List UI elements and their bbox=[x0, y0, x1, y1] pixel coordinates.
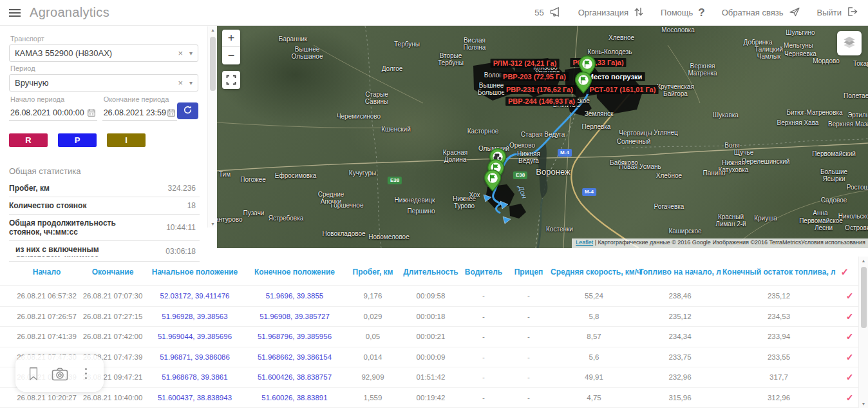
place-label: Эртиль bbox=[847, 112, 868, 119]
table-header: ✓ Начало Окончание Начальное положение К… bbox=[0, 258, 868, 286]
period-select[interactable]: Вручную × ▾ bbox=[9, 74, 198, 92]
calendar-icon[interactable] bbox=[87, 108, 96, 117]
place-label: Добринка bbox=[744, 39, 773, 46]
stat-value: 324.236 bbox=[168, 184, 198, 193]
place-label: Первомайское bbox=[799, 217, 843, 224]
cell-driver: - bbox=[460, 353, 507, 361]
place-label: Мордово bbox=[813, 57, 840, 64]
cell-end-time: 26.08.21 07:27:15 bbox=[80, 313, 145, 320]
period-start-input[interactable]: 26.08.2021 00:00:00 bbox=[9, 105, 97, 121]
zoom-out-button[interactable]: − bbox=[222, 47, 240, 64]
period-label: Период bbox=[10, 64, 198, 72]
scroll-down-icon[interactable]: ▼ bbox=[859, 402, 868, 406]
nav-help[interactable]: Помощь ? bbox=[661, 6, 705, 19]
nav-logout[interactable]: Выйти bbox=[817, 6, 858, 19]
stat-label: Количество стоянок bbox=[9, 201, 141, 210]
mode-button[interactable]: I bbox=[107, 133, 146, 147]
field-marker-pin[interactable] bbox=[574, 72, 592, 93]
table-scrollbar[interactable]: ▲ ▼ bbox=[858, 257, 868, 408]
fullscreen-button[interactable] bbox=[222, 71, 240, 89]
column-header[interactable]: Средняя скорость, км/ч bbox=[551, 267, 637, 277]
leaflet-link[interactable]: Leaflet bbox=[576, 239, 593, 246]
place-label: Панино bbox=[703, 170, 726, 177]
mode-button[interactable]: R bbox=[9, 133, 48, 147]
place-label: Большие Ясырки bbox=[814, 168, 854, 182]
notifications-button[interactable]: 55 bbox=[534, 6, 561, 19]
clear-icon[interactable]: × bbox=[178, 78, 183, 88]
cell-end-position-link[interactable]: 51.60026, 38.83891 bbox=[245, 394, 344, 402]
cell-end-time: 26.08.21 07:07:30 bbox=[80, 292, 145, 300]
place-label: Верхняя Хава bbox=[777, 119, 819, 126]
table-row: 26.08.21 10:20:27 26.08.21 10:40:00 51.6… bbox=[0, 388, 868, 408]
column-header[interactable]: Начало bbox=[13, 267, 80, 277]
place-label: Битюг-Матреновка bbox=[786, 109, 842, 116]
filter-panel: Транспорт КАМАЗ 552900 (Н830АХ) × ▾ Пери… bbox=[0, 26, 207, 249]
period-end-input[interactable]: 26.08.2021 23:59 bbox=[102, 105, 178, 121]
place-label: Хлевное bbox=[609, 34, 634, 41]
place-label: Ефросимовка bbox=[275, 172, 317, 179]
select-all-check-icon[interactable]: ✓ bbox=[840, 266, 849, 278]
cell-end-position-link[interactable]: 51.968662, 39.386154 bbox=[245, 353, 344, 361]
sidebar-scrollbar[interactable]: ▲ ▼ bbox=[207, 26, 217, 228]
place-label: Старая Ведуга bbox=[521, 131, 565, 138]
cell-distance: 9,176 bbox=[344, 292, 401, 300]
field-label: РВР-231 (176,62 Га) bbox=[504, 85, 576, 94]
column-header[interactable]: Конечный остаток топлива, л bbox=[722, 267, 835, 277]
sync-arrows-icon bbox=[634, 6, 644, 19]
column-header[interactable]: Водитель bbox=[460, 267, 507, 277]
column-header[interactable]: Длительность bbox=[401, 267, 460, 277]
place-label: Черняевка bbox=[784, 50, 816, 57]
nav-organization[interactable]: Организация bbox=[578, 6, 644, 19]
column-header[interactable]: Топливо на начало, л bbox=[637, 267, 722, 277]
bookmark-button[interactable] bbox=[27, 365, 40, 382]
column-header[interactable]: Конечное положение bbox=[245, 267, 344, 277]
map-canvas[interactable]: Баранник Вышнее Ольшаное Тербуны Вислая … bbox=[217, 26, 868, 248]
cell-start-position-link[interactable]: 51.969044, 39.385696 bbox=[145, 333, 245, 340]
calendar-icon[interactable] bbox=[167, 108, 176, 117]
scroll-down-icon[interactable]: ▼ bbox=[208, 222, 218, 226]
column-header[interactable]: Прицеп bbox=[507, 267, 551, 277]
transport-select[interactable]: КАМАЗ 552900 (Н830АХ) × ▾ bbox=[9, 44, 198, 62]
column-header[interactable]: Начальное положение bbox=[145, 267, 245, 277]
snapshot-button[interactable] bbox=[51, 366, 69, 382]
field-marker-pin[interactable] bbox=[484, 170, 502, 191]
scroll-up-icon[interactable]: ▲ bbox=[208, 28, 218, 32]
scrollbar-thumb[interactable] bbox=[210, 37, 216, 91]
cell-end-position-link[interactable]: 51.600426, 38.838757 bbox=[245, 373, 344, 381]
cell-end-position-link[interactable]: 51.968796, 39.385956 bbox=[245, 333, 344, 340]
column-header[interactable]: Пробег, км bbox=[344, 267, 401, 277]
stat-label: Пробег, км bbox=[9, 184, 141, 193]
place-label: Долгое bbox=[382, 65, 403, 72]
chevron-down-icon: ▾ bbox=[189, 50, 193, 57]
place-label: Новомеловое bbox=[368, 233, 409, 240]
layers-button[interactable] bbox=[837, 31, 862, 55]
stat-value: 03:06:18 bbox=[165, 247, 198, 256]
cell-fuel-end: 312,96 bbox=[722, 394, 835, 402]
zoom-in-button[interactable]: + bbox=[222, 30, 240, 47]
place-label: Касторное bbox=[467, 128, 499, 135]
cell-start-position-link[interactable]: 51.96928, 39.38563 bbox=[145, 313, 245, 320]
table-row: 26.08.21 07:26:57 26.08.21 07:27:15 51.9… bbox=[0, 307, 868, 327]
column-header[interactable]: Окончание bbox=[80, 267, 145, 277]
cell-end-position-link[interactable]: 51.96908, 39.385727 bbox=[245, 313, 344, 320]
place-label: Средние Апочки bbox=[312, 191, 350, 205]
menu-icon[interactable] bbox=[9, 7, 21, 19]
cell-start-position-link[interactable]: 51.600437, 38.838943 bbox=[145, 394, 245, 402]
nav-feedback[interactable]: Обратная связь bbox=[722, 6, 800, 19]
stats-table: Пробег, км 324.236 Количество стоянок 18… bbox=[9, 180, 200, 262]
place-label: Солнечный bbox=[617, 138, 651, 145]
more-options-button[interactable] bbox=[80, 365, 92, 382]
scroll-up-icon[interactable]: ▲ bbox=[859, 258, 868, 263]
scrollbar-thumb[interactable] bbox=[861, 267, 867, 328]
refresh-button[interactable] bbox=[177, 102, 198, 119]
place-label: Кучугуры bbox=[349, 170, 376, 177]
cell-end-position-link[interactable]: 51.9696, 39.3855 bbox=[245, 292, 344, 300]
cell-start-position-link[interactable]: 52.03172, 39.411476 bbox=[145, 292, 245, 300]
mode-button[interactable]: P bbox=[58, 133, 97, 147]
cell-start-position-link[interactable]: 51.968678, 39.3861 bbox=[145, 373, 245, 381]
cell-start-position-link[interactable]: 51.96871, 39.386086 bbox=[145, 353, 245, 361]
cell-trailer: - bbox=[507, 333, 551, 340]
megaphone-icon bbox=[549, 6, 561, 19]
clear-icon[interactable]: × bbox=[178, 48, 183, 58]
place-label: Ястребовка bbox=[269, 215, 304, 222]
